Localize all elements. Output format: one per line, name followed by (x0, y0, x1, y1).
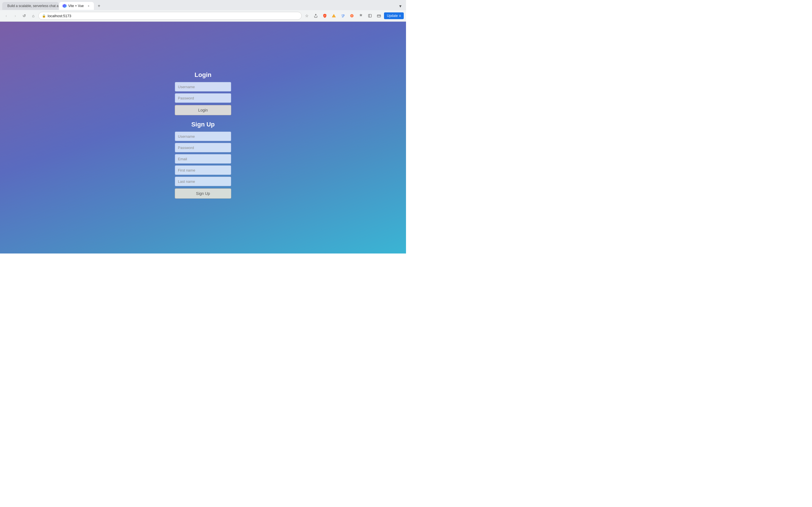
svg-point-3 (351, 15, 353, 17)
translate-icon[interactable] (339, 12, 347, 20)
sidebar-icon[interactable] (366, 12, 374, 20)
lock-icon: 🔒 (42, 14, 46, 18)
page-content: Login Login Sign Up Sign Up (0, 22, 406, 253)
signup-button[interactable]: Sign Up (175, 188, 231, 199)
tab-close-button[interactable]: × (87, 4, 91, 8)
svg-point-1 (343, 15, 345, 16)
login-password-input[interactable] (175, 93, 231, 103)
login-button[interactable]: Login (175, 105, 231, 115)
share-button[interactable] (312, 12, 320, 20)
tab-inactive-label: Build a scalable, serverless chat ap… (7, 4, 59, 8)
signup-username-input[interactable] (175, 131, 231, 141)
svg-rect-6 (377, 15, 380, 17)
tab-inactive-1[interactable]: Build a scalable, serverless chat ap… (2, 2, 59, 10)
fox-icon[interactable] (348, 12, 356, 20)
signup-email-input[interactable] (175, 154, 231, 164)
login-username-input[interactable] (175, 82, 231, 92)
update-label: Update (387, 14, 398, 18)
home-button[interactable]: ⌂ (29, 12, 37, 20)
forward-button[interactable]: › (11, 12, 19, 20)
tab-bar: Build a scalable, serverless chat ap… Vi… (0, 0, 406, 10)
tab-favicon-vite (63, 4, 66, 8)
reload-button[interactable]: ↺ (20, 12, 28, 20)
signup-title: Sign Up (191, 121, 214, 128)
forms-container: Login Login Sign Up Sign Up (6, 71, 400, 204)
signup-section: Sign Up Sign Up (6, 121, 400, 199)
url-display: localhost:5173 (48, 14, 298, 18)
bookmark-button[interactable]: ☆ (303, 12, 311, 20)
browser-chrome: Build a scalable, serverless chat ap… Vi… (0, 0, 406, 22)
warning-icon[interactable]: ! (330, 12, 338, 20)
svg-rect-4 (368, 14, 371, 17)
back-button[interactable]: ‹ (2, 12, 10, 20)
wallet-icon[interactable] (375, 12, 383, 20)
signup-firstname-input[interactable] (175, 165, 231, 175)
login-title: Login (195, 71, 211, 78)
tab-dropdown-button[interactable]: ▾ (397, 3, 404, 9)
update-menu-icon: ≡ (399, 14, 401, 18)
nav-bar: ‹ › ↺ ⌂ 🔒 localhost:5173 ☆ (0, 10, 406, 21)
brave-shield-button[interactable] (321, 12, 329, 20)
signup-lastname-input[interactable] (175, 177, 231, 186)
login-section: Login Login (6, 71, 400, 115)
tab-active-2[interactable]: Vite + Vue × (59, 2, 94, 10)
extensions-icon[interactable] (357, 12, 365, 20)
tab-active-label: Vite + Vue (68, 4, 84, 8)
new-tab-button[interactable]: + (96, 3, 102, 9)
signup-password-input[interactable] (175, 143, 231, 152)
svg-text:!: ! (334, 15, 335, 17)
nav-right-icons: ! (312, 12, 404, 20)
update-button[interactable]: Update ≡ (384, 12, 404, 19)
address-bar[interactable]: 🔒 localhost:5173 (38, 12, 302, 20)
